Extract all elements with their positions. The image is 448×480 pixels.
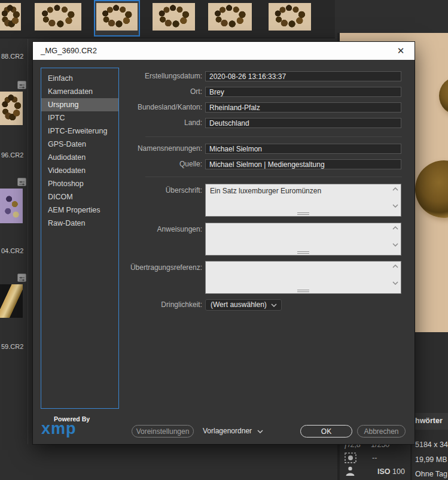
dialog-titlebar: _MG_3690.CR2 ✕ (33, 42, 415, 60)
ueberschrift-textarea-frame: Ein Satz luxemburger Euromünzen (205, 184, 401, 217)
abbrechen-button[interactable]: Abbrechen (357, 425, 406, 438)
filmstrip-filename: 59.CR2 (1, 343, 28, 350)
resize-grip[interactable] (297, 290, 309, 292)
resize-grip[interactable] (297, 251, 309, 254)
bridge-app-window: 88.CR2 96.CR2 04.CR2 59.CR2 hwörter ƒ/2,… (0, 0, 448, 480)
erstellungsdatum-field[interactable] (205, 71, 401, 81)
voreinstellungen-button[interactable]: Voreinstellungen (132, 425, 194, 438)
uebertragungsreferenz-textarea-frame (205, 261, 401, 294)
thumbnail-strip (0, 0, 335, 38)
scroll-up-icon[interactable] (392, 265, 398, 268)
thumbnail[interactable] (0, 3, 21, 31)
file-info-dialog: _MG_3690.CR2 ✕ Einfach Kameradaten Urspr… (33, 42, 415, 444)
file-size: 19,99 MB (415, 455, 447, 464)
keywords-tab-label: hwörter (413, 413, 448, 425)
bundesland-field[interactable] (205, 102, 401, 113)
ort-field[interactable] (205, 87, 401, 97)
develop-settings-badge-icon (17, 274, 26, 282)
close-icon[interactable]: ✕ (393, 42, 409, 60)
field-label-ueberschrift: Überschrift: (45, 186, 202, 196)
anweisungen-textarea-frame (205, 223, 401, 256)
iso-value: 100 (392, 467, 405, 476)
filmstrip-filename: 96.CR2 (1, 151, 28, 159)
land-field[interactable] (205, 118, 401, 128)
xmp-logo: xmp (41, 421, 77, 437)
field-label-ort: Ort: (45, 87, 202, 97)
filmstrip-thumbnail[interactable] (0, 284, 23, 318)
coin-image (415, 160, 448, 218)
thumbnail-selected[interactable] (96, 3, 138, 31)
ok-button[interactable]: OK (300, 425, 352, 438)
field-label-land: Land: (45, 118, 202, 128)
quelle-field[interactable] (205, 159, 401, 169)
chevron-down-icon (257, 430, 263, 433)
thumbnail[interactable] (208, 3, 252, 31)
develop-settings-badge-icon (17, 81, 26, 89)
field-label-namensnennungen: Namensnennungen: (45, 144, 202, 154)
uebertragungsreferenz-textarea[interactable] (206, 262, 390, 293)
scroll-down-icon[interactable] (392, 243, 398, 247)
tags-status: Ohne Tag (415, 470, 447, 478)
anweisungen-textarea[interactable] (206, 223, 390, 255)
field-label-anweisungen: Anweisungen: (45, 224, 202, 235)
creator-icon (345, 466, 355, 478)
thumbnail[interactable] (35, 3, 81, 31)
section-divider (145, 136, 402, 137)
field-label-quelle: Quelle: (45, 159, 202, 169)
namensnennungen-field[interactable] (205, 144, 401, 154)
image-dimensions: 5184 x 34 (415, 440, 448, 449)
section-divider (145, 177, 402, 177)
scroll-down-icon[interactable] (392, 204, 398, 208)
field-label-bundesland: Bundesland/Kanton: (45, 102, 202, 113)
dringlichkeit-dropdown[interactable]: (Wert auswählen) (205, 299, 282, 311)
metering-mode-icon (345, 452, 356, 466)
field-label-uebertragungsreferenz: Übertragungsreferenz: (45, 263, 202, 273)
scroll-up-icon[interactable] (392, 226, 398, 230)
field-label-dringlichkeit: Dringlichkeit: (45, 300, 202, 310)
filmstrip-divider (28, 39, 28, 444)
thumbnail[interactable] (269, 3, 311, 31)
filmstrip-thumbnail[interactable] (0, 189, 23, 223)
filmstrip-filename: 04.CR2 (1, 247, 28, 254)
coin-image (439, 77, 448, 115)
vorlagenordner-button-label: Vorlagenordner (203, 427, 252, 435)
develop-settings-badge-icon (17, 178, 26, 186)
ueberschrift-textarea[interactable]: Ein Satz luxemburger Euromünzen (206, 184, 390, 216)
scroll-down-icon[interactable] (392, 281, 398, 285)
thumbnail[interactable] (153, 3, 195, 31)
vorlagenordner-button[interactable]: Vorlagenordner (203, 425, 263, 438)
metering-value: -- (372, 454, 377, 462)
chevron-down-icon (271, 303, 277, 307)
filmstrip-filename: 88.CR2 (1, 53, 28, 60)
filmstrip-thumbnail[interactable] (0, 92, 23, 125)
keywords-tab[interactable]: hwörter (413, 413, 448, 430)
dringlichkeit-dropdown-value: (Wert auswählen) (211, 300, 267, 309)
dialog-title: _MG_3690.CR2 (41, 42, 97, 60)
field-label-erstellungsdatum: Erstellungsdatum: (45, 71, 202, 81)
scroll-up-icon[interactable] (392, 187, 398, 191)
resize-grip[interactable] (297, 212, 309, 215)
iso-label: ISO (377, 467, 391, 476)
sidebar-item-aem-properties[interactable]: AEM Properties (41, 203, 118, 217)
